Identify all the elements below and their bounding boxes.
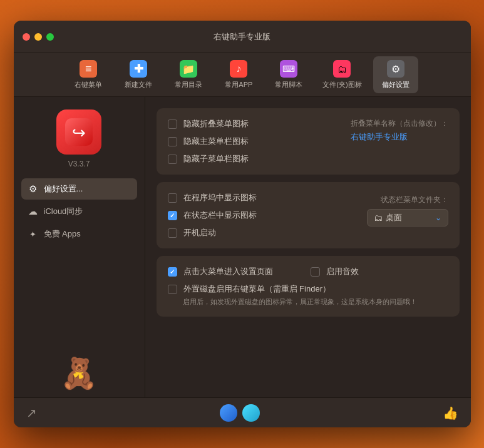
main-panel: 隐藏折叠菜单图标 隐藏主菜单栏图标 隐藏子菜单栏图标 折叠菜单名称（点击修改）： bbox=[145, 97, 471, 397]
sidebar-nav: ⚙ 偏好设置... ☁ iCloud同步 ✦ 免费 Apps bbox=[21, 178, 137, 245]
hide-sub-icon-row: 隐藏子菜单栏图标 bbox=[168, 153, 346, 165]
external-disk-label: 外置磁盘启用右键菜单（需重启 Finder） bbox=[183, 283, 331, 295]
toolbar-item-preferences[interactable]: ⚙ 偏好设置 bbox=[373, 56, 418, 93]
hide-fold-icon-label: 隐藏折叠菜单图标 bbox=[183, 118, 249, 130]
app-icon-svg: ↪ bbox=[65, 118, 93, 146]
common-dir-icon: 📁 bbox=[180, 60, 197, 78]
toolbar-item-new-file[interactable]: ✚ 新建文件 bbox=[116, 56, 161, 93]
free-apps-nav-icon: ✦ bbox=[28, 230, 39, 239]
show-in-status-label: 在状态栏中显示图标 bbox=[183, 210, 257, 221]
settings-panel-extra: 点击大菜单进入设置页面 启用音效 外置磁盘启用右键菜单（需重启 Finder） … bbox=[157, 256, 460, 317]
titlebar: 右键助手专业版 bbox=[14, 21, 471, 53]
show-in-dock-row: 在程序坞中显示图标 bbox=[168, 192, 362, 203]
toolbar-label-new-file: 新建文件 bbox=[125, 80, 152, 89]
sidebar-item-icloud[interactable]: ☁ iCloud同步 bbox=[21, 201, 137, 222]
external-disk-warning: 启用后，如发现外置磁盘的图标异常，属正常现象，这是系统本身的问题哦！ bbox=[168, 297, 448, 307]
folder-select-label: 状态栏菜单文件夹： bbox=[381, 195, 448, 205]
main-window: 右键助手专业版 ≡ 右键菜单 ✚ 新建文件 📁 常用目录 ♪ 常用APP ⌨ 常… bbox=[14, 21, 471, 427]
external-disk-row: 外置磁盘启用右键菜单（需重启 Finder） bbox=[168, 283, 448, 295]
enable-sound-row: 启用音效 bbox=[311, 266, 359, 277]
extra-row-1: 点击大菜单进入设置页面 启用音效 bbox=[168, 266, 448, 277]
toolbar-item-common-script[interactable]: ⌨ 常用脚本 bbox=[266, 56, 311, 93]
toolbar-label-file-icon: 文件(夹)图标 bbox=[322, 80, 361, 89]
toolbar-label-common-script: 常用脚本 bbox=[275, 80, 302, 89]
show-in-status-checkbox[interactable] bbox=[168, 211, 177, 220]
toolbar-item-common-dir[interactable]: 📁 常用目录 bbox=[166, 56, 211, 93]
content-area: ↪ V3.3.7 ⚙ 偏好设置... ☁ iCloud同步 ✦ 免费 Apps bbox=[14, 97, 471, 397]
show-in-dock-label: 在程序坞中显示图标 bbox=[183, 192, 257, 203]
footer-center bbox=[220, 404, 260, 422]
preferences-nav-icon: ⚙ bbox=[28, 183, 39, 195]
fold-menu-name-value[interactable]: 右键助手专业版 bbox=[351, 131, 408, 143]
toolbar-label-common-app: 常用APP bbox=[225, 80, 252, 89]
folder-select-section: 状态栏菜单文件夹： 🗂 桌面 ⌄ bbox=[367, 195, 448, 227]
auto-launch-label: 开机启动 bbox=[183, 227, 216, 238]
preferences-icon: ⚙ bbox=[387, 60, 404, 78]
hide-main-icon-label: 隐藏主菜单栏图标 bbox=[183, 136, 249, 147]
toolbar-item-common-app[interactable]: ♪ 常用APP bbox=[216, 56, 261, 93]
sidebar-item-label-icloud: iCloud同步 bbox=[44, 206, 83, 217]
sidebar-footer: 🧸 bbox=[60, 350, 98, 391]
thumbsup-icon[interactable]: 👍 bbox=[443, 405, 458, 420]
app-icon: ↪ bbox=[56, 109, 101, 155]
footer: ↗ 👍 bbox=[14, 397, 471, 427]
hide-sub-icon-checkbox[interactable] bbox=[168, 155, 177, 164]
export-icon[interactable]: ↗ bbox=[26, 405, 37, 420]
sidebar-item-label-preferences: 偏好设置... bbox=[44, 183, 83, 195]
right-menu-icon: ≡ bbox=[80, 60, 97, 78]
sidebar: ↪ V3.3.7 ⚙ 偏好设置... ☁ iCloud同步 ✦ 免费 Apps bbox=[14, 97, 145, 397]
auto-launch-checkbox[interactable] bbox=[168, 228, 177, 238]
window-title: 右键助手专业版 bbox=[214, 31, 270, 43]
traffic-lights bbox=[23, 33, 54, 41]
common-app-icon: ♪ bbox=[230, 60, 247, 78]
external-disk-section: 外置磁盘启用右键菜单（需重启 Finder） 启用后，如发现外置磁盘的图标异常，… bbox=[168, 283, 448, 307]
footer-avatar-2 bbox=[242, 404, 260, 422]
maximize-button[interactable] bbox=[46, 33, 54, 41]
toolbar: ≡ 右键菜单 ✚ 新建文件 📁 常用目录 ♪ 常用APP ⌨ 常用脚本 🗂 文件… bbox=[14, 53, 471, 97]
sidebar-item-free-apps[interactable]: ✦ 免费 Apps bbox=[21, 223, 137, 245]
folder-icon-sm: 🗂 bbox=[374, 213, 383, 223]
click-main-settings-label: 点击大菜单进入设置页面 bbox=[183, 266, 273, 277]
auto-launch-row: 开机启动 bbox=[168, 227, 362, 238]
chevron-down-icon: ⌄ bbox=[435, 213, 441, 222]
toolbar-item-right-menu[interactable]: ≡ 右键菜单 bbox=[66, 56, 111, 93]
tap-here-mascot: 🧸 bbox=[60, 356, 98, 391]
file-icon-icon: 🗂 bbox=[333, 60, 351, 78]
sidebar-item-label-free-apps: 免费 Apps bbox=[44, 228, 81, 240]
select-box-content: 🗂 桌面 bbox=[374, 212, 402, 223]
svg-text:↪: ↪ bbox=[72, 123, 86, 142]
close-button[interactable] bbox=[23, 33, 30, 41]
toolbar-label-preferences: 偏好设置 bbox=[382, 80, 409, 89]
fold-menu-name-section: 折叠菜单名称（点击修改）： 右键助手专业版 bbox=[351, 118, 448, 143]
footer-avatar-1 bbox=[220, 404, 237, 422]
sidebar-item-preferences[interactable]: ⚙ 偏好设置... bbox=[21, 178, 137, 200]
settings-panel-status: 在程序坞中显示图标 在状态栏中显示图标 开机启动 状态栏菜单文件夹： bbox=[157, 182, 460, 248]
app-version: V3.3.7 bbox=[68, 160, 90, 168]
hide-main-icon-row: 隐藏主菜单栏图标 bbox=[168, 136, 346, 147]
show-in-status-row: 在状态栏中显示图标 bbox=[168, 210, 362, 221]
folder-select-box[interactable]: 🗂 桌面 ⌄ bbox=[367, 209, 448, 227]
hide-fold-icon-row: 隐藏折叠菜单图标 bbox=[168, 118, 346, 130]
folder-select-value: 桌面 bbox=[386, 212, 402, 223]
common-script-icon: ⌨ bbox=[280, 60, 297, 78]
click-main-settings-row: 点击大菜单进入设置页面 bbox=[168, 266, 273, 277]
settings-panel-fold: 隐藏折叠菜单图标 隐藏主菜单栏图标 隐藏子菜单栏图标 折叠菜单名称（点击修改）： bbox=[157, 108, 460, 175]
toolbar-item-file-icon[interactable]: 🗂 文件(夹)图标 bbox=[316, 56, 368, 93]
toolbar-label-common-dir: 常用目录 bbox=[175, 80, 202, 89]
hide-fold-icon-checkbox[interactable] bbox=[168, 120, 177, 129]
toolbar-label-right-menu: 右键菜单 bbox=[75, 80, 102, 89]
new-file-icon: ✚ bbox=[130, 60, 147, 78]
enable-sound-label: 启用音效 bbox=[326, 266, 359, 277]
icloud-nav-icon: ☁ bbox=[28, 206, 39, 217]
click-main-settings-checkbox[interactable] bbox=[168, 267, 177, 277]
hide-main-icon-checkbox[interactable] bbox=[168, 137, 177, 146]
hide-sub-icon-label: 隐藏子菜单栏图标 bbox=[183, 153, 249, 165]
fold-menu-name-prompt: 折叠菜单名称（点击修改）： bbox=[351, 118, 448, 129]
minimize-button[interactable] bbox=[34, 33, 42, 41]
show-in-dock-checkbox[interactable] bbox=[168, 193, 177, 203]
external-disk-checkbox[interactable] bbox=[168, 285, 177, 294]
enable-sound-checkbox[interactable] bbox=[311, 267, 320, 277]
